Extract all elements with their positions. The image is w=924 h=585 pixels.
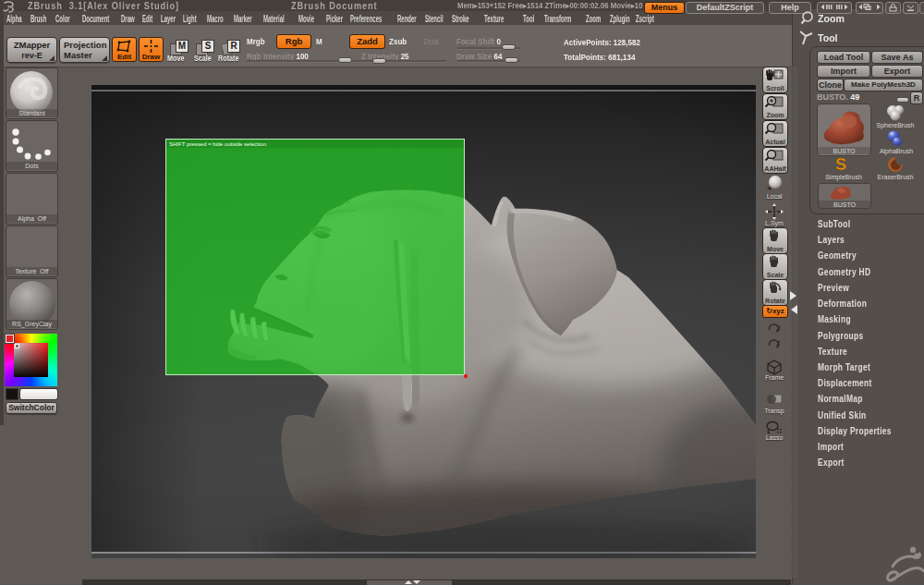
svg-text:y: y	[777, 323, 781, 331]
svg-text:SHIFT pressed = hide outside s: SHIFT pressed = hide outside selection.	[169, 141, 268, 147]
svg-text:S: S	[835, 155, 846, 174]
svg-text:z: z	[777, 339, 781, 346]
